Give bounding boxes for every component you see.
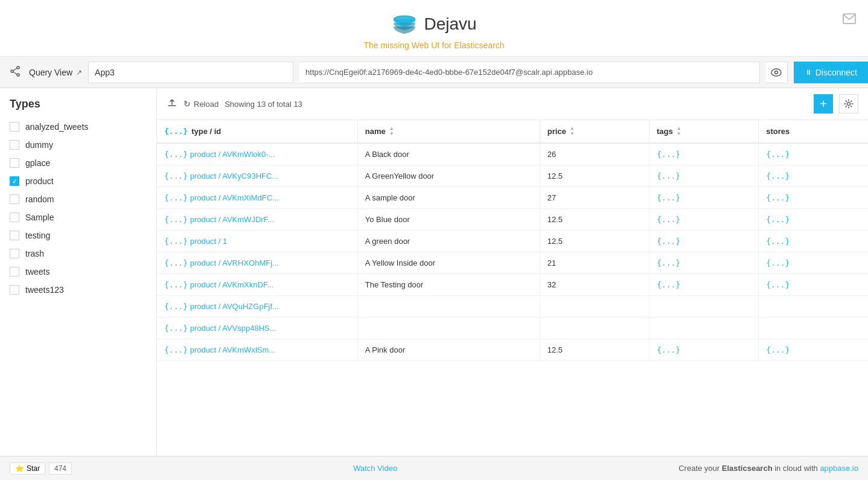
type-id-value: product / 1 [190,237,227,246]
watch-video-link[interactable]: Watch Video [353,464,397,473]
footer-right: Create your Elasticsearch in cloud with … [678,464,858,473]
type-checkbox[interactable] [10,285,19,295]
in-cloud-text: in cloud with [773,464,820,473]
tags-json[interactable]: {...} [657,345,680,354]
stores-json[interactable]: {...} [766,280,790,289]
sidebar-type-item[interactable]: trash [0,245,156,263]
json-expand-cell[interactable]: {...} [164,280,188,289]
cell-price: 21 [540,252,649,274]
sidebar-type-item[interactable]: Sample [0,208,156,226]
query-view-button[interactable]: Query View ↗ [29,68,82,77]
json-expand-cell[interactable]: {...} [164,345,188,354]
upload-icon[interactable] [167,97,177,110]
svg-point-4 [17,74,19,76]
sidebar-type-item[interactable]: testing [0,226,156,245]
json-expand-cell[interactable]: {...} [164,237,188,246]
tags-json[interactable]: {...} [657,150,680,159]
sort-icons-tags[interactable]: ▲ ▼ [677,126,681,136]
cell-price [540,318,649,339]
type-checkbox[interactable] [10,122,19,132]
settings-button[interactable] [839,94,858,114]
json-expand-cell[interactable]: {...} [164,302,188,311]
types-list: analyzed_tweetsdummygplaceproductrandomS… [0,118,156,299]
stores-json[interactable]: {...} [766,215,790,224]
svg-line-6 [13,68,17,71]
tags-json[interactable]: {...} [657,237,680,246]
type-checkbox[interactable] [10,249,19,258]
sidebar: Types analyzed_tweetsdummygplaceproductr… [0,88,157,456]
stores-json[interactable]: {...} [766,345,790,354]
sidebar-type-item[interactable]: gplace [0,154,156,172]
data-table-wrap: {...} type / id name ▲ ▼ [157,120,868,456]
type-checkbox[interactable] [10,231,19,240]
tags-json[interactable]: {...} [657,258,680,267]
star-button[interactable]: ⭐ Star [10,462,45,475]
cell-stores [759,318,868,339]
app-name-input[interactable] [88,62,293,83]
content-area: ↻ Reload Showing 13 of total 13 + [157,88,868,456]
stores-json[interactable]: {...} [766,171,790,181]
sidebar-type-item[interactable]: tweets [0,263,156,281]
tags-json[interactable]: {...} [657,171,680,181]
stores-json[interactable]: {...} [766,258,790,267]
sidebar-type-item[interactable]: random [0,190,156,208]
type-label: analyzed_tweets [25,122,88,132]
tags-json[interactable]: {...} [657,193,680,202]
type-checkbox[interactable] [10,176,19,186]
json-expand-icon[interactable]: {...} [164,127,188,136]
footer-center: Watch Video [72,464,678,473]
table-row: {...} product / AVKmWlok0-...A Black doo… [157,143,868,165]
cell-tags: {...} [649,143,759,165]
mail-icon-wrap[interactable] [843,13,856,26]
cell-price: 26 [540,143,649,165]
type-label: trash [25,249,44,258]
cell-type-id: {...} product / AVKmWxlSm... [157,339,357,361]
sort-icons-name[interactable]: ▲ ▼ [389,126,394,136]
svg-point-8 [771,69,781,76]
stores-json[interactable]: {...} [766,193,790,202]
sidebar-type-item[interactable]: product [0,172,156,190]
cell-type-id: {...} product / AVKmWlok0-... [157,143,357,165]
type-checkbox[interactable] [10,213,19,222]
eye-icon [771,68,782,77]
sort-icons-price[interactable]: ▲ ▼ [570,126,575,136]
table-body: {...} product / AVKmWlok0-...A Black doo… [157,143,868,361]
stores-json[interactable]: {...} [766,150,790,159]
col-header-stores: stores [759,120,868,143]
json-expand-cell[interactable]: {...} [164,258,188,267]
tags-json[interactable]: {...} [657,280,680,289]
data-table: {...} type / id name ▲ ▼ [157,120,868,361]
type-checkbox[interactable] [10,140,19,150]
json-expand-cell[interactable]: {...} [164,324,188,333]
sidebar-type-item[interactable]: analyzed_tweets [0,118,156,136]
disconnect-button[interactable]: ⏸ Disconnect [794,62,868,83]
sidebar-type-item[interactable]: tweets123 [0,281,156,299]
cell-tags: {...} [649,274,759,296]
url-input[interactable] [299,62,760,83]
tags-json[interactable]: {...} [657,215,680,224]
col-label-tags: tags [657,127,673,136]
type-checkbox[interactable] [10,158,19,168]
json-expand-cell[interactable]: {...} [164,193,188,202]
type-id-value: product / AVQuHZGpFjf... [190,302,279,311]
type-checkbox[interactable] [10,267,19,277]
cell-type-id: {...} product / AVKmWJDrF... [157,209,357,231]
mail-icon [843,13,856,24]
json-expand-cell[interactable]: {...} [164,150,188,159]
col-label-name: name [365,127,386,136]
share-icon[interactable] [7,63,23,82]
appbase-link[interactable]: appbase.io [820,464,858,473]
table-row: {...} product / AVKmWJDrF...Yo Blue door… [157,209,868,231]
app-logo [391,11,418,37]
type-id-value: product / AVRHXOhMFj... [190,258,279,267]
cell-tags [649,296,759,318]
json-expand-cell[interactable]: {...} [164,215,188,224]
type-checkbox[interactable] [10,194,19,204]
add-button[interactable]: + [814,94,833,114]
sidebar-type-item[interactable]: dummy [0,136,156,154]
reload-button[interactable]: ↻ Reload [183,99,219,109]
stores-json[interactable]: {...} [766,237,790,246]
eye-button[interactable] [766,62,788,83]
json-expand-cell[interactable]: {...} [164,171,188,181]
footer: ⭐ Star 474 Watch Video Create your Elast… [0,456,868,480]
